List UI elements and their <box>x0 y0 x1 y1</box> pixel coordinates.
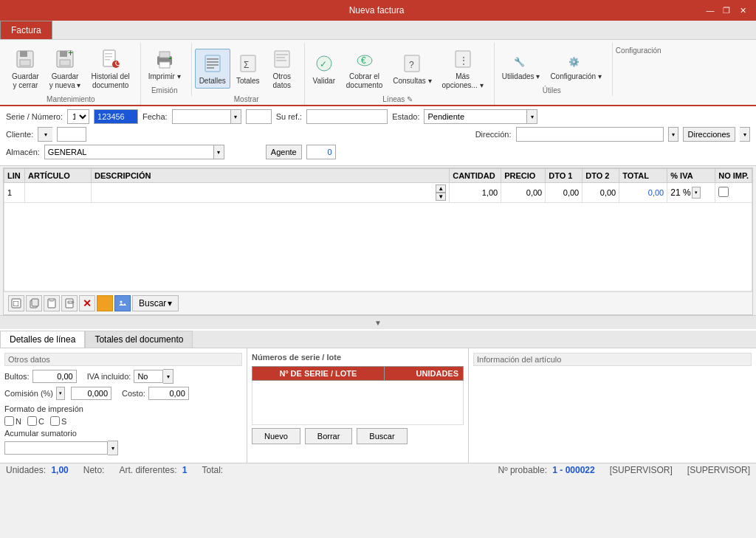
svg-rect-8 <box>105 53 112 55</box>
number-input[interactable] <box>94 109 138 124</box>
copy-btn[interactable] <box>26 295 42 311</box>
queries-button[interactable]: ? Consultas ▾ <box>388 49 436 89</box>
collapse-btn[interactable]: ▼ <box>0 315 756 329</box>
almacen-input[interactable] <box>44 145 214 159</box>
new-row-btn[interactable]: □ <box>8 295 24 311</box>
acumular-input[interactable] <box>4 441 108 455</box>
serie-input-group: 1 <box>67 109 89 124</box>
config-button[interactable]: ⚙️ Configuración ▾ <box>546 44 605 84</box>
buscar-serie-btn[interactable]: Buscar <box>357 428 407 444</box>
search-button[interactable]: Buscar ▾ <box>132 295 179 311</box>
fecha-arrow-btn[interactable]: ▾ <box>231 109 241 124</box>
cell-noimp[interactable] <box>715 183 752 203</box>
iva-arrow-btn[interactable]: ▾ <box>163 369 173 384</box>
agente-button[interactable]: Agente <box>266 145 302 159</box>
edit-btn[interactable]: ✏ <box>61 295 78 311</box>
history-button[interactable]: ↺ Historial deldocumento <box>87 44 134 93</box>
direcciones-arrow-btn[interactable]: ▾ <box>740 127 750 142</box>
maximize-button[interactable]: ❐ <box>719 3 734 18</box>
estado-arrow-btn[interactable]: ▾ <box>527 109 537 124</box>
paste-btn[interactable] <box>44 295 60 311</box>
more-options-button[interactable]: ⋮ Másopciones... ▾ <box>438 44 488 93</box>
cell-dto1[interactable]: 0,00 <box>546 183 583 203</box>
utilities-button[interactable]: 🔧 Utilidades ▾ <box>498 44 545 84</box>
cell-iva[interactable]: 21 % ▾ <box>667 183 715 203</box>
svg-rect-47 <box>119 300 126 307</box>
close-button[interactable]: ✕ <box>735 3 750 18</box>
comision-input[interactable] <box>71 387 111 400</box>
scroll-down[interactable]: ▼ <box>436 193 446 201</box>
direcciones-button[interactable]: Direcciones <box>683 127 735 142</box>
cell-descripcion[interactable]: ▲ ▼ <box>92 183 450 203</box>
suref-input[interactable] <box>306 109 388 124</box>
bottom-tabs: Detalles de línea Totales del documento <box>0 331 756 348</box>
totals-button[interactable]: Σ Totales <box>232 49 264 89</box>
direccion-label: Dirección: <box>475 130 512 139</box>
bultos-input[interactable] <box>32 370 77 383</box>
direccion-arrow-btn[interactable]: ▾ <box>668 127 678 142</box>
cell-cantidad[interactable]: 1,00 <box>450 183 501 203</box>
formato-checkboxes: N C S <box>4 416 66 426</box>
status-right: Nº probable: 1 - 000022 [SUPERVISOR] [SU… <box>498 465 750 475</box>
cell-articulo[interactable] <box>25 183 92 203</box>
agente-input[interactable] <box>306 145 336 159</box>
config-icon: ⚙️ <box>564 47 588 71</box>
borrar-btn[interactable]: Borrar <box>305 428 353 444</box>
ribbon-group-mostrar: Detalles Σ Totales Otrosdatos Mostrar <box>192 43 305 105</box>
tab-bar: Factura <box>0 21 756 40</box>
comision-arrow[interactable]: ▾ <box>56 387 65 400</box>
image-btn[interactable] <box>114 295 131 311</box>
iva-arrow[interactable]: ▾ <box>692 187 701 199</box>
save-new-button[interactable]: + Guardary nueva ▾ <box>45 44 86 93</box>
print-button[interactable]: Imprimir ▾ <box>144 44 185 84</box>
noimp-checkbox[interactable] <box>718 187 729 197</box>
col-unidades: UNIDADES <box>385 367 464 381</box>
collect-button[interactable]: € Cobrar eldocumento <box>342 44 387 93</box>
cell-precio[interactable]: 0,00 <box>501 183 546 203</box>
bultos-label: Bultos: <box>4 372 30 381</box>
validate-button[interactable]: ✓ Validar <box>308 49 340 89</box>
details-label: Detalles <box>199 77 226 86</box>
direccion-input[interactable] <box>516 127 664 142</box>
save-close-icon <box>13 47 37 71</box>
cliente-input[interactable] <box>57 127 86 142</box>
factura-tab[interactable]: Factura <box>0 21 52 39</box>
col-iva: % IVA <box>667 169 715 183</box>
scroll-up[interactable]: ▲ <box>436 184 446 193</box>
fecha-extra-input[interactable] <box>246 109 272 124</box>
format-n-checkbox[interactable] <box>4 416 14 426</box>
scroll-arrows[interactable]: ▲ ▼ <box>436 184 446 201</box>
fecha-input[interactable] <box>172 109 231 124</box>
cell-dto2[interactable]: 0,00 <box>583 183 619 203</box>
svg-text:⋮: ⋮ <box>459 55 468 66</box>
format-c-checkbox[interactable] <box>27 416 37 426</box>
orange-btn1[interactable] <box>97 295 113 311</box>
tab-doc-totals[interactable]: Totales del documento <box>85 331 193 348</box>
svg-rect-19 <box>207 61 219 63</box>
minimize-button[interactable]: — <box>703 3 718 18</box>
almacen-arrow-btn[interactable]: ▾ <box>214 145 224 159</box>
totals-icon: Σ <box>236 52 260 75</box>
serie-select[interactable]: 1 <box>67 109 89 124</box>
cliente-input-group: ▾ <box>38 127 52 142</box>
costo-input[interactable] <box>148 387 189 400</box>
iva-incluido-input[interactable] <box>134 370 163 383</box>
ribbon-group-emision: Imprimir ▾ Emisión <box>141 43 192 96</box>
nuevo-btn[interactable]: Nuevo <box>252 428 300 444</box>
estado-input[interactable] <box>424 109 527 124</box>
save-close-button[interactable]: Guardary cerrar <box>7 44 44 93</box>
other-data-button[interactable]: Otrosdatos <box>266 44 298 93</box>
mantenimiento-label: Mantenimiento <box>7 94 134 103</box>
acumular-arrow[interactable]: ▾ <box>108 441 118 455</box>
svg-rect-20 <box>207 64 219 66</box>
details-button[interactable]: Detalles <box>195 49 230 89</box>
cliente-btn[interactable]: ▾ <box>38 127 52 142</box>
format-s-checkbox[interactable] <box>50 416 60 426</box>
col-noimp: NO IMP. <box>715 169 752 183</box>
delete-btn[interactable]: ✕ <box>79 295 95 311</box>
estado-label: Estado: <box>392 112 419 121</box>
table-row[interactable]: 1 ▲ ▼ 1,00 0,00 0,00 0,00 0,00 <box>4 183 752 203</box>
details-icon <box>201 52 224 75</box>
total-status: Total: <box>202 465 224 475</box>
tab-line-details[interactable]: Detalles de línea <box>0 331 85 348</box>
